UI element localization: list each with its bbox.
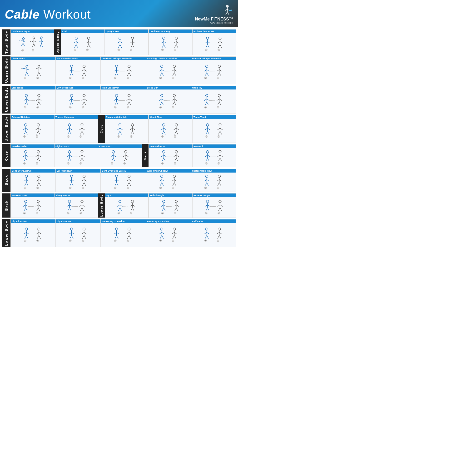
svg-line-224 [114,99,117,101]
svg-line-163 [172,70,174,71]
exercises-row-4-0: Russian Twist 1 [11,144,236,167]
exercise-figure: 1 2 [191,172,236,192]
exercise-figure: 1 2 [11,119,54,143]
svg-line-159 [162,73,164,76]
svg-line-275 [23,128,26,130]
exercise-name: Bent-Over Side Lateral [101,169,146,172]
svg-text:1: 1 [162,163,163,165]
svg-line-268 [220,102,221,105]
svg-text:1: 1 [115,107,116,108]
exercise-name: Incline Chest Press [192,30,236,33]
svg-point-535 [37,200,39,203]
section-label-2: Upper Body [2,86,11,114]
svg-point-416 [175,151,178,153]
svg-line-226 [115,102,117,105]
svg-text:1: 1 [70,107,71,108]
svg-text:1: 1 [160,187,161,189]
svg-line-248 [172,99,174,101]
svg-line-556 [81,208,82,211]
svg-line-283 [38,128,41,130]
svg-line-616 [26,233,29,234]
svg-line-251 [174,102,176,105]
svg-line-95 [220,41,223,43]
svg-text:1: 1 [25,78,25,79]
svg-point-256 [206,95,208,97]
exercise-name: Low Crossover [56,86,101,89]
svg-line-70 [161,41,164,43]
exercise-name: High Crossover [101,86,146,89]
exercise-cell: Side Raise 1 [11,86,56,114]
svg-line-632 [69,233,72,234]
exercise-figure: 1 2 [192,119,236,143]
exercise-name: Wide Grip Pulldown [146,169,191,172]
svg-line-367 [36,155,38,157]
svg-text:2: 2 [81,213,81,214]
svg-line-197 [36,99,39,101]
svg-text:1: 1 [205,240,206,241]
svg-line-404 [126,158,128,161]
svg-line-503 [172,180,174,181]
svg-line-414 [164,158,165,161]
svg-line-139 [114,70,117,71]
svg-line-650 [117,233,119,234]
svg-line-310 [120,128,122,130]
svg-text:2: 2 [175,163,175,165]
svg-point-127 [83,65,85,68]
svg-line-243 [160,102,162,105]
svg-point-467 [83,175,85,178]
svg-text:1: 1 [162,136,163,137]
svg-line-80 [176,44,178,48]
svg-point-545 [68,200,71,203]
svg-line-479 [114,180,117,181]
svg-line-149 [129,73,131,76]
exercise-name: Double-Arm Shrug [149,30,192,33]
svg-line-369 [37,158,38,161]
svg-line-166 [174,73,176,76]
svg-point-382 [81,151,83,153]
svg-line-572 [133,205,135,206]
exercise-name: Side Raise [11,86,55,89]
svg-point-307 [119,124,121,126]
svg-line-591 [176,208,178,211]
exercise-name: Standing Triceps Extension [146,57,191,60]
exercise-cell: Torso Twist 1 [192,115,236,143]
exercise-figure: 1 2 [98,148,142,167]
svg-point-654 [128,228,130,231]
svg-line-14 [19,40,21,40]
svg-line-343 [205,128,208,130]
svg-line-523 [220,183,221,186]
svg-point-58 [131,37,134,39]
svg-line-428 [205,155,208,157]
svg-text:1: 1 [74,49,75,51]
exercise-cell: Chest Press 1 2 [11,56,56,84]
svg-text:2: 2 [128,107,128,108]
exercises-grid-5: Bent-Over Lat Pull 1 [11,169,236,192]
svg-line-464 [70,183,71,186]
exercise-cell: Reverse Lunge 1 [192,193,236,218]
svg-line-336 [176,131,178,135]
svg-line-401 [123,155,126,157]
svg-line-565 [120,205,122,206]
svg-line-429 [207,155,210,157]
svg-text:2: 2 [37,107,38,108]
svg-line-514 [207,180,209,181]
svg-line-182 [218,73,220,76]
svg-text:1: 1 [70,187,71,189]
svg-line-122 [69,70,72,71]
svg-text:1: 1 [118,136,119,137]
exercise-name: Calf Raise [191,220,236,223]
svg-point-569 [131,200,134,203]
svg-line-174 [207,70,209,71]
exercises-row-3-0: External Rotation 1 [11,115,236,143]
svg-line-114 [37,72,39,76]
exercise-figure: 1 2 [146,172,191,192]
exercise-name: Bicep Curl [146,86,191,89]
svg-line-651 [115,235,117,239]
exercise-figure: 1 2 [11,172,55,192]
svg-text:1: 1 [206,136,206,137]
section-row-6: BackTwo-Arm Row 1 [2,193,236,218]
svg-text:1: 1 [24,136,25,137]
svg-line-641 [82,235,84,239]
svg-text:2: 2 [131,213,132,214]
svg-line-327 [164,128,166,130]
